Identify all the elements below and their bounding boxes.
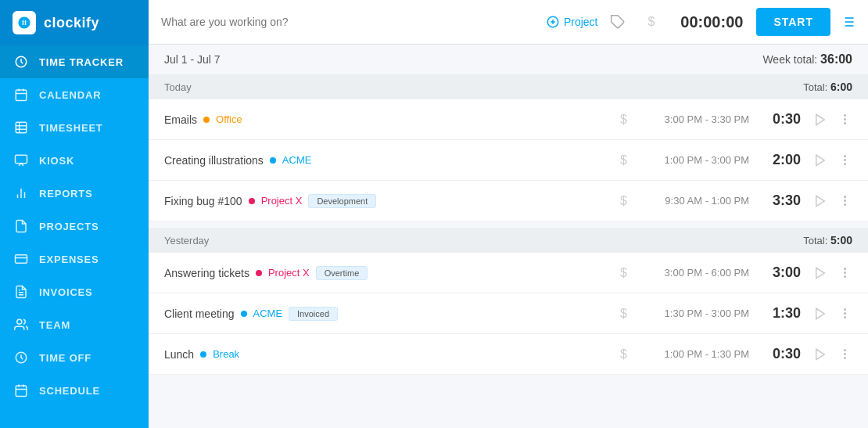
billable-lunch[interactable]: $ [620, 347, 627, 361]
play-button-answering-tickets[interactable] [813, 266, 827, 280]
svg-marker-33 [816, 114, 825, 125]
day-total-yesterday: Total: 5:00 [803, 234, 852, 246]
svg-marker-35 [816, 196, 825, 207]
more-button-client-meeting[interactable] [837, 308, 852, 318]
view-toggle-button[interactable] [840, 14, 855, 30]
sidebar-item-reports[interactable]: REPORTS [0, 177, 149, 210]
entry-desc-client-meeting: Client meeting ACME Invoiced [164, 307, 608, 321]
svg-rect-13 [16, 255, 27, 264]
billable-client-meeting[interactable]: $ [620, 307, 627, 321]
day-group-yesterday: Yesterday Total: 5:00 Answering tickets … [149, 228, 868, 375]
day-header-today: Today Total: 6:00 [149, 74, 868, 99]
start-button[interactable]: START [756, 8, 830, 36]
svg-marker-36 [816, 268, 825, 279]
svg-rect-1 [16, 90, 27, 101]
billable-fixing-bug[interactable]: $ [620, 194, 627, 208]
svg-rect-19 [16, 386, 27, 397]
search-input[interactable] [161, 16, 533, 28]
top-bar: Project $ 00:00:00 START [149, 0, 868, 45]
sidebar-item-schedule[interactable]: SCHEDULE [0, 374, 149, 407]
duration-illustrations: 2:00 [762, 152, 801, 168]
more-button-answering-tickets[interactable] [837, 268, 852, 278]
sidebar-item-expenses[interactable]: EXPENSES [0, 243, 149, 275]
sidebar-item-calendar[interactable]: CALENDAR [0, 78, 149, 111]
entry-text-answering-tickets: Answering tickets [164, 267, 249, 279]
svg-marker-37 [816, 308, 825, 319]
entry-desc-fixing-bug: Fixing bug #100 Project X Development [164, 194, 608, 208]
tag-development: Development [308, 194, 376, 208]
time-range-emails: 3:00 PM - 3:30 PM [640, 113, 749, 125]
sidebar-label-time-off: TIME OFF [39, 352, 91, 364]
time-range-fixing-bug: 9:30 AM - 1:00 PM [640, 195, 749, 207]
project-label-answering-tickets[interactable]: Project X [268, 267, 310, 279]
duration-fixing-bug: 3:30 [762, 192, 801, 209]
project-label-emails[interactable]: Office [216, 113, 242, 125]
timesheet-icon [13, 120, 30, 135]
day-total-value-yesterday: 5:00 [830, 234, 852, 246]
entry-text-lunch: Lunch [164, 348, 194, 361]
billable-illustrations[interactable]: $ [620, 153, 627, 167]
project-label-client-meeting[interactable]: ACME [253, 308, 283, 319]
timer-display: 00:00:00 [676, 13, 747, 31]
sidebar-item-timesheet[interactable]: TIMESHEET [0, 111, 149, 144]
sidebar-item-invoices[interactable]: INVOICES [0, 275, 149, 308]
week-range-label: Jul 1 - Jul 7 [164, 53, 221, 66]
play-button-illustrations[interactable] [813, 153, 827, 167]
week-header: Jul 1 - Jul 7 Week total: 36:00 [149, 45, 868, 74]
week-total-value: 36:00 [820, 52, 852, 66]
duration-answering-tickets: 3:00 [762, 264, 801, 281]
duration-lunch: 0:30 [762, 346, 801, 362]
entry-text-illustrations: Creating illustrations [164, 154, 264, 167]
sidebar-item-team[interactable]: TEAM [0, 308, 149, 341]
billable-toggle[interactable]: $ [647, 15, 655, 29]
time-entry-emails: Emails Office $ 3:00 PM - 3:30 PM 0:30 [149, 99, 868, 140]
play-button-client-meeting[interactable] [813, 307, 827, 321]
sidebar-item-time-off[interactable]: TIME OFF [0, 341, 149, 374]
project-dot-answering-tickets [256, 270, 262, 276]
sidebar-item-time-tracker[interactable]: TIME TRACKER [0, 45, 149, 78]
svg-point-17 [17, 319, 22, 324]
sidebar-label-projects: PROJECTS [39, 221, 99, 232]
project-dot-client-meeting [241, 311, 247, 317]
svg-rect-5 [16, 122, 27, 133]
main-content: Project $ 00:00:00 START Jul 1 - Jul 7 W… [149, 0, 868, 428]
day-label-today: Today [164, 81, 192, 93]
sidebar-label-schedule: SCHEDULE [39, 385, 100, 397]
project-dot-emails [203, 117, 210, 123]
play-button-fixing-bug[interactable] [813, 194, 827, 208]
sidebar-item-projects[interactable]: PROJECTS [0, 210, 149, 243]
time-entry-illustrations: Creating illustrations ACME $ 1:00 PM - … [149, 140, 868, 181]
sidebar-label-expenses: EXPENSES [39, 254, 99, 265]
time-entries-content: Jul 1 - Jul 7 Week total: 36:00 Today To… [149, 45, 868, 428]
more-button-lunch[interactable] [837, 349, 852, 359]
billable-emails[interactable]: $ [620, 113, 627, 127]
reports-icon [13, 186, 30, 200]
schedule-icon [13, 383, 30, 397]
more-button-emails[interactable] [837, 114, 852, 124]
project-label-fixing-bug[interactable]: Project X [261, 195, 303, 207]
tag-invoiced: Invoiced [289, 307, 338, 321]
project-button-label: Project [564, 16, 598, 28]
time-range-answering-tickets: 3:00 PM - 6:00 PM [640, 267, 749, 279]
project-dot-fixing-bug [249, 198, 255, 204]
billable-answering-tickets[interactable]: $ [620, 266, 627, 280]
entry-desc-emails: Emails Office [164, 113, 608, 126]
entry-desc-lunch: Lunch Break [164, 348, 608, 361]
duration-client-meeting: 1:30 [762, 305, 801, 322]
project-label-illustrations[interactable]: ACME [282, 154, 312, 166]
play-button-lunch[interactable] [813, 347, 827, 361]
time-entry-answering-tickets: Answering tickets Project X Overtime $ 3… [149, 253, 868, 293]
expenses-icon [13, 252, 30, 266]
tag-button[interactable] [610, 14, 626, 30]
sidebar-label-timesheet: TIMESHEET [39, 122, 103, 134]
entry-text-client-meeting: Client meeting [164, 308, 235, 320]
project-label-lunch[interactable]: Break [213, 348, 239, 360]
more-button-illustrations[interactable] [837, 155, 852, 165]
more-button-fixing-bug[interactable] [837, 196, 852, 206]
play-button-emails[interactable] [813, 113, 827, 127]
time-entry-lunch: Lunch Break $ 1:00 PM - 1:30 PM 0:30 [149, 334, 868, 375]
sidebar-item-kiosk[interactable]: KIOSK [0, 144, 149, 177]
plus-circle-icon [546, 15, 560, 29]
time-range-illustrations: 1:00 PM - 3:00 PM [640, 154, 749, 166]
add-project-button[interactable]: Project [543, 15, 601, 29]
